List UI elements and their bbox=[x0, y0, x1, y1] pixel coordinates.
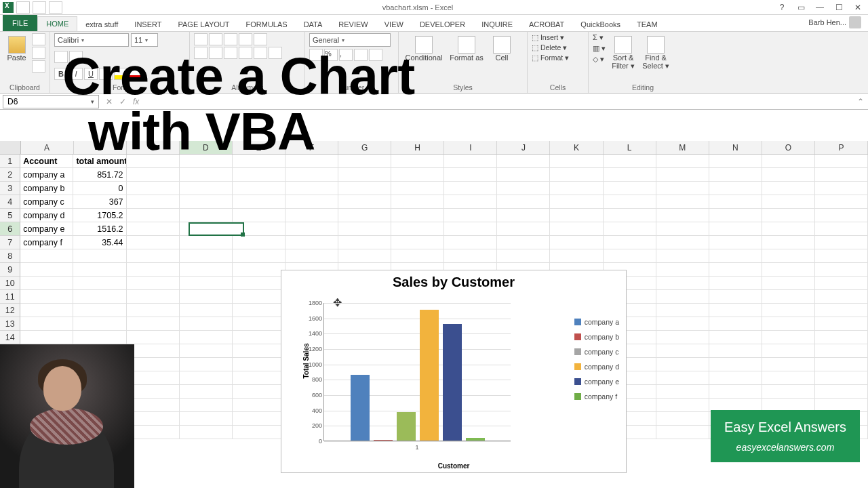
cell[interactable] bbox=[815, 209, 868, 222]
cell[interactable] bbox=[604, 182, 656, 195]
cell[interactable] bbox=[338, 168, 391, 182]
colhead-J[interactable]: J bbox=[497, 141, 550, 154]
cell[interactable] bbox=[20, 331, 73, 344]
cell[interactable] bbox=[233, 263, 285, 277]
tab-quickbooks[interactable]: QuickBooks bbox=[572, 18, 629, 31]
cell[interactable] bbox=[180, 263, 233, 277]
cell[interactable]: company a bbox=[20, 168, 73, 182]
cell[interactable] bbox=[233, 182, 285, 195]
fill-icon[interactable]: ▥ ▾ bbox=[593, 44, 606, 53]
cell[interactable] bbox=[815, 168, 868, 182]
cell[interactable] bbox=[391, 209, 444, 222]
cell[interactable] bbox=[127, 426, 180, 439]
cell[interactable] bbox=[233, 426, 285, 439]
tab-view[interactable]: VIEW bbox=[376, 18, 412, 31]
cell-styles-button[interactable]: Cell bbox=[488, 33, 515, 64]
cell[interactable] bbox=[709, 277, 762, 290]
cell[interactable] bbox=[180, 358, 233, 371]
cell[interactable]: 0 bbox=[73, 182, 126, 195]
tab-pagelayout[interactable]: PAGE LAYOUT bbox=[170, 18, 237, 31]
tab-inquire[interactable]: INQUIRE bbox=[473, 18, 521, 31]
cell[interactable] bbox=[127, 182, 180, 195]
format-painter-icon[interactable] bbox=[32, 60, 45, 73]
cell[interactable] bbox=[127, 358, 180, 371]
cell[interactable] bbox=[815, 236, 868, 249]
sort-filter-button[interactable]: Sort &Filter ▾ bbox=[608, 33, 638, 73]
cell[interactable] bbox=[444, 236, 497, 249]
cell[interactable] bbox=[233, 331, 285, 344]
clear-icon[interactable]: ◇ ▾ bbox=[593, 55, 606, 64]
cell[interactable] bbox=[233, 399, 285, 412]
cell[interactable] bbox=[180, 249, 233, 263]
cell[interactable] bbox=[233, 290, 285, 304]
tab-extra[interactable]: extra stuff bbox=[77, 18, 126, 31]
cell[interactable] bbox=[815, 249, 868, 263]
cell[interactable] bbox=[762, 209, 815, 222]
cell[interactable] bbox=[709, 290, 762, 304]
colhead-K[interactable]: K bbox=[550, 141, 603, 154]
cell[interactable] bbox=[762, 249, 815, 263]
cell[interactable]: 851.72 bbox=[73, 168, 126, 182]
rowhead[interactable]: 6 bbox=[0, 222, 20, 236]
cell[interactable] bbox=[762, 331, 815, 344]
cell[interactable] bbox=[656, 426, 709, 439]
copy-icon[interactable] bbox=[32, 47, 45, 59]
cell[interactable] bbox=[233, 168, 285, 182]
cell[interactable] bbox=[338, 209, 391, 222]
cell[interactable] bbox=[73, 331, 126, 344]
find-select-button[interactable]: Find &Select ▾ bbox=[641, 33, 671, 73]
paste-button[interactable]: Paste bbox=[4, 33, 29, 64]
cell[interactable] bbox=[233, 358, 285, 371]
cell[interactable] bbox=[180, 222, 233, 236]
rowhead[interactable]: 7 bbox=[0, 236, 20, 249]
cell[interactable]: company d bbox=[20, 209, 73, 222]
maximize-icon[interactable]: ☐ bbox=[830, 1, 848, 14]
cell[interactable] bbox=[762, 222, 815, 236]
cell[interactable] bbox=[391, 182, 444, 195]
cell[interactable] bbox=[762, 155, 815, 168]
cell[interactable] bbox=[233, 371, 285, 385]
cell[interactable] bbox=[762, 236, 815, 249]
cell[interactable] bbox=[550, 249, 603, 263]
rowhead[interactable]: 12 bbox=[0, 304, 20, 317]
tab-review[interactable]: REVIEW bbox=[330, 18, 376, 31]
cell[interactable] bbox=[338, 236, 391, 249]
cell[interactable] bbox=[709, 168, 762, 182]
cell[interactable] bbox=[391, 195, 444, 209]
cell[interactable] bbox=[550, 182, 603, 195]
cell[interactable] bbox=[656, 344, 709, 358]
cell[interactable] bbox=[709, 385, 762, 399]
cell[interactable] bbox=[762, 168, 815, 182]
undo-icon[interactable] bbox=[33, 1, 46, 14]
colhead-M[interactable]: M bbox=[656, 141, 709, 154]
cell[interactable] bbox=[709, 331, 762, 344]
cell[interactable] bbox=[127, 399, 180, 412]
cell[interactable] bbox=[604, 249, 656, 263]
cell[interactable] bbox=[127, 290, 180, 304]
cell[interactable] bbox=[656, 385, 709, 399]
cell[interactable] bbox=[709, 317, 762, 331]
cell[interactable] bbox=[127, 344, 180, 358]
rowhead[interactable]: 9 bbox=[0, 263, 20, 277]
cell[interactable] bbox=[709, 182, 762, 195]
cell[interactable] bbox=[285, 182, 338, 195]
cell[interactable] bbox=[550, 168, 603, 182]
cell[interactable] bbox=[233, 222, 285, 236]
redo-icon[interactable] bbox=[49, 1, 62, 14]
rowhead[interactable]: 2 bbox=[0, 168, 20, 182]
cell[interactable] bbox=[762, 182, 815, 195]
cell[interactable] bbox=[20, 317, 73, 331]
cell[interactable] bbox=[233, 249, 285, 263]
cell[interactable] bbox=[656, 182, 709, 195]
font-family-select[interactable]: Calibri▾ bbox=[54, 33, 129, 47]
cell[interactable] bbox=[709, 236, 762, 249]
cell[interactable] bbox=[815, 344, 868, 358]
cell[interactable] bbox=[656, 317, 709, 331]
cell[interactable] bbox=[233, 236, 285, 249]
cell[interactable] bbox=[444, 249, 497, 263]
cell[interactable] bbox=[73, 290, 126, 304]
cell[interactable] bbox=[550, 195, 603, 209]
tab-home[interactable]: HOME bbox=[37, 16, 77, 31]
cell[interactable]: 35.44 bbox=[73, 236, 126, 249]
cell[interactable] bbox=[180, 399, 233, 412]
